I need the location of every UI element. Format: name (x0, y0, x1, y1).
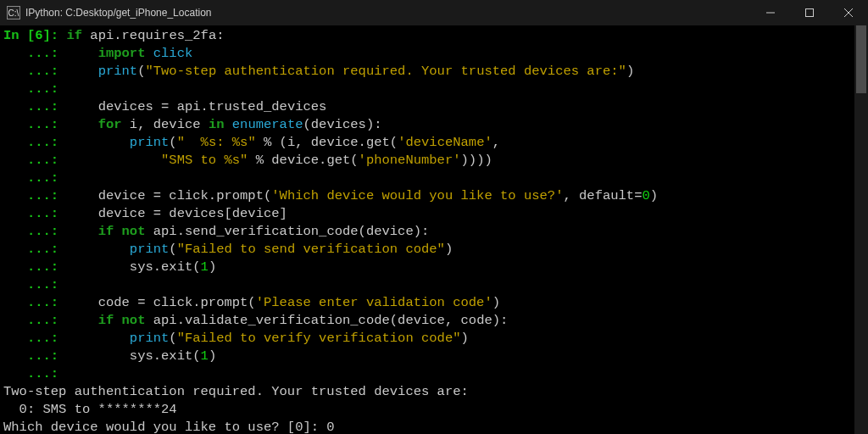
output-line: Which device would you like to use? [0]:… (3, 420, 335, 434)
maximize-button[interactable] (790, 0, 829, 25)
output-line: 0: SMS to ********24 (3, 402, 177, 417)
prompt-in-right: ]: (43, 28, 59, 43)
window-title: IPython: C:Desktop/get_iPhone_Location (25, 7, 211, 19)
prompt-cont: ...: (27, 46, 58, 61)
app-icon: C:\ (7, 6, 20, 19)
terminal-content: In [6]: if api.requires_2fa: ...: import… (3, 27, 868, 434)
svg-rect-1 (806, 9, 814, 17)
scrollbar-thumb[interactable] (856, 25, 866, 93)
terminal[interactable]: In [6]: if api.requires_2fa: ...: import… (0, 25, 868, 434)
minimize-button[interactable] (751, 0, 790, 25)
prompt-in-number: 6 (35, 28, 42, 43)
close-button[interactable] (829, 0, 868, 25)
window-controls (751, 0, 868, 25)
scrollbar-vertical[interactable] (854, 25, 868, 434)
window-titlebar: C:\ IPython: C:Desktop/get_iPhone_Locati… (0, 0, 868, 25)
prompt-in-left: In [ (3, 28, 35, 43)
output-line: Two-step authentication required. Your t… (3, 384, 469, 399)
